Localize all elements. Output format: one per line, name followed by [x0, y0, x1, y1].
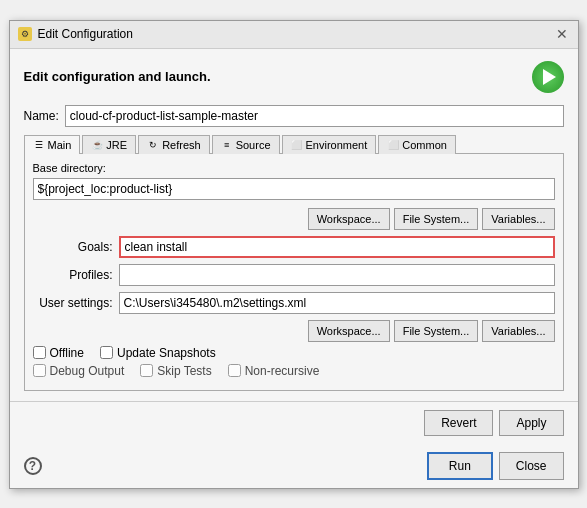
tab-main[interactable]: ☰ Main: [24, 135, 81, 154]
window-close-button[interactable]: ✕: [554, 27, 570, 41]
goals-row: Goals:: [33, 236, 555, 258]
dialog-body: Edit configuration and launch. Name: ☰ M…: [10, 49, 578, 401]
user-settings-row: User settings:: [33, 292, 555, 314]
tab-refresh[interactable]: ↻ Refresh: [138, 135, 210, 154]
tab-environment[interactable]: ⬜ Environment: [282, 135, 377, 154]
variables-button-2[interactable]: Variables...: [482, 320, 554, 342]
header-row: Edit configuration and launch.: [24, 61, 564, 93]
dialog-title: Edit Configuration: [38, 27, 133, 41]
jre-tab-icon: ☕: [91, 139, 103, 151]
skip-tests-checkbox[interactable]: [140, 364, 153, 377]
apply-button[interactable]: Apply: [499, 410, 563, 436]
tabs-bar: ☰ Main ☕ JRE ↻ Refresh ≡ Source ⬜ Enviro…: [24, 135, 564, 154]
footer-buttons: Run Close: [427, 452, 564, 480]
debug-output-label: Debug Output: [50, 364, 125, 378]
non-recursive-checkbox[interactable]: [228, 364, 241, 377]
footer-row: ? Run Close: [10, 444, 578, 488]
goals-label: Goals:: [33, 240, 113, 254]
offline-label: Offline: [50, 346, 84, 360]
user-settings-label: User settings:: [33, 296, 113, 310]
profiles-label: Profiles:: [33, 268, 113, 282]
titlebar: ⚙ Edit Configuration ✕: [10, 21, 578, 49]
run-button[interactable]: Run: [427, 452, 493, 480]
dialog-icon: ⚙: [18, 27, 32, 41]
help-button[interactable]: ?: [24, 457, 42, 475]
source-tab-icon: ≡: [221, 139, 233, 151]
tab-environment-label: Environment: [306, 139, 368, 151]
edit-configuration-dialog: ⚙ Edit Configuration ✕ Edit configuratio…: [9, 20, 579, 489]
non-recursive-checkbox-item[interactable]: Non-recursive: [228, 364, 320, 378]
debug-output-checkbox-item[interactable]: Debug Output: [33, 364, 125, 378]
tab-jre[interactable]: ☕ JRE: [82, 135, 136, 154]
tab-jre-label: JRE: [106, 139, 127, 151]
titlebar-left: ⚙ Edit Configuration: [18, 27, 133, 41]
update-snapshots-checkbox-item[interactable]: Update Snapshots: [100, 346, 216, 360]
base-directory-label: Base directory:: [33, 162, 555, 174]
tab-refresh-label: Refresh: [162, 139, 201, 151]
base-directory-btn-row: Workspace... File System... Variables...: [33, 208, 555, 230]
common-tab-icon: ⬜: [387, 139, 399, 151]
profiles-row: Profiles:: [33, 264, 555, 286]
main-tab-icon: ☰: [33, 139, 45, 151]
base-directory-input[interactable]: [33, 178, 555, 200]
workspace-button-2[interactable]: Workspace...: [308, 320, 390, 342]
run-icon-button[interactable]: [532, 61, 564, 93]
debug-output-checkbox[interactable]: [33, 364, 46, 377]
environment-tab-icon: ⬜: [291, 139, 303, 151]
workspace-button-1[interactable]: Workspace...: [308, 208, 390, 230]
non-recursive-label: Non-recursive: [245, 364, 320, 378]
user-settings-btn-row: Workspace... File System... Variables...: [33, 320, 555, 342]
tab-content-main: Base directory: Workspace... File System…: [24, 154, 564, 391]
update-snapshots-checkbox[interactable]: [100, 346, 113, 359]
user-settings-input[interactable]: [119, 292, 555, 314]
refresh-tab-icon: ↻: [147, 139, 159, 151]
close-dialog-button[interactable]: Close: [499, 452, 564, 480]
name-label: Name:: [24, 109, 59, 123]
variables-button-1[interactable]: Variables...: [482, 208, 554, 230]
name-row: Name:: [24, 105, 564, 127]
revert-button[interactable]: Revert: [424, 410, 493, 436]
tab-source[interactable]: ≡ Source: [212, 135, 280, 154]
offline-checkbox-item[interactable]: Offline: [33, 346, 84, 360]
checkboxes-row-1: Offline Update Snapshots: [33, 346, 555, 360]
offline-checkbox[interactable]: [33, 346, 46, 359]
tab-source-label: Source: [236, 139, 271, 151]
profiles-input[interactable]: [119, 264, 555, 286]
tab-main-label: Main: [48, 139, 72, 151]
bottom-actions-row: Revert Apply: [10, 401, 578, 444]
play-triangle-icon: [543, 69, 556, 85]
update-snapshots-label: Update Snapshots: [117, 346, 216, 360]
filesystem-button-1[interactable]: File System...: [394, 208, 479, 230]
checkboxes-row-2: Debug Output Skip Tests Non-recursive: [33, 364, 555, 378]
skip-tests-checkbox-item[interactable]: Skip Tests: [140, 364, 211, 378]
tab-common-label: Common: [402, 139, 447, 151]
goals-input[interactable]: [119, 236, 555, 258]
name-input[interactable]: [65, 105, 564, 127]
skip-tests-label: Skip Tests: [157, 364, 211, 378]
header-title: Edit configuration and launch.: [24, 69, 211, 84]
tab-common[interactable]: ⬜ Common: [378, 135, 456, 154]
filesystem-button-2[interactable]: File System...: [394, 320, 479, 342]
